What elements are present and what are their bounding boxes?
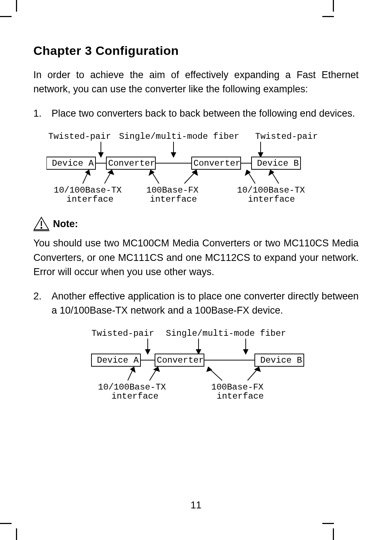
crop-mark bbox=[0, 16, 12, 17]
diagram-bottom-label: interface bbox=[217, 391, 264, 400]
diagram-bottom-label: interface bbox=[150, 194, 197, 203]
crop-mark bbox=[322, 16, 334, 17]
note-header: Note: bbox=[33, 217, 359, 231]
page-number: 11 bbox=[0, 500, 392, 511]
svg-marker-34 bbox=[244, 350, 248, 354]
chapter-title: Chapter 3 Configuration bbox=[33, 44, 359, 58]
diagram-bottom-label: interface bbox=[248, 194, 295, 203]
list-item-2: 2. Another effective application is to p… bbox=[33, 289, 359, 318]
diagram-bottom-label: 100Base-FX bbox=[146, 185, 199, 195]
svg-marker-16 bbox=[108, 170, 114, 174]
diagram-top-label: Twisted-pair bbox=[48, 132, 111, 141]
diagram-top-label: Twisted-pair bbox=[255, 132, 318, 141]
intro-paragraph: In order to achieve the aim of effective… bbox=[33, 68, 359, 96]
list-item-1: 1. Place two converters back to back bet… bbox=[33, 106, 359, 121]
svg-marker-45 bbox=[207, 367, 212, 371]
note-label: Note: bbox=[53, 218, 78, 230]
svg-marker-41 bbox=[131, 367, 135, 372]
list-number: 2. bbox=[33, 289, 52, 318]
svg-point-27 bbox=[41, 227, 42, 229]
svg-marker-30 bbox=[146, 350, 150, 354]
diagram-box-label: Device B bbox=[260, 355, 302, 365]
diagram-box-label: Device A bbox=[97, 355, 139, 365]
svg-line-19 bbox=[184, 172, 195, 184]
crop-mark bbox=[16, 528, 17, 540]
crop-mark bbox=[322, 523, 334, 524]
svg-line-23 bbox=[271, 172, 279, 184]
diagram-top-label: Single/multi-mode fiber bbox=[166, 329, 286, 338]
svg-line-44 bbox=[209, 369, 222, 380]
diagram-bottom-label: interface bbox=[111, 391, 159, 400]
svg-line-46 bbox=[248, 369, 258, 380]
list-number: 1. bbox=[33, 106, 52, 121]
diagram-box-label: Converter bbox=[108, 158, 155, 168]
svg-line-17 bbox=[152, 172, 159, 184]
diagram-box-label: Device B bbox=[257, 158, 299, 168]
diagram-1: text { font-family: "Courier New", monos… bbox=[46, 131, 359, 203]
diagram-bottom-label: interface bbox=[66, 194, 114, 203]
diagram-top-label: Twisted-pair bbox=[91, 329, 154, 338]
diagram-box-label: Device A bbox=[52, 158, 94, 168]
svg-marker-3 bbox=[171, 153, 176, 157]
diagram-box-label: Converter bbox=[157, 355, 204, 365]
diagram-bottom-label: 100Base-FX bbox=[211, 382, 264, 392]
warning-icon bbox=[33, 217, 49, 231]
diagram-top-label: Single/multi-mode fiber bbox=[119, 132, 239, 141]
svg-marker-32 bbox=[196, 350, 201, 354]
diagram-2: text { font-family: "Courier New", monos… bbox=[84, 328, 359, 400]
crop-mark bbox=[0, 523, 12, 524]
crop-mark bbox=[333, 0, 334, 12]
crop-mark bbox=[16, 0, 17, 12]
diagram-bottom-label: 10/100Base-TX bbox=[237, 185, 305, 195]
svg-marker-5 bbox=[258, 153, 263, 157]
list-text: Place two converters back to back betwee… bbox=[52, 106, 359, 121]
svg-marker-1 bbox=[99, 153, 103, 157]
svg-marker-43 bbox=[154, 367, 159, 371]
svg-line-42 bbox=[150, 369, 157, 380]
page: Chapter 3 Configuration In order to achi… bbox=[0, 0, 392, 540]
list-text: Another effective application is to plac… bbox=[52, 289, 359, 318]
svg-marker-14 bbox=[86, 170, 90, 175]
diagram-box-label: Converter bbox=[193, 158, 241, 168]
crop-mark bbox=[333, 528, 334, 540]
diagram-bottom-label: 10/100Base-TX bbox=[54, 185, 122, 195]
note-text: You should use two MC100CM Media Convert… bbox=[33, 236, 359, 279]
diagram-bottom-label: 10/100Base-TX bbox=[98, 382, 166, 392]
svg-line-21 bbox=[248, 172, 255, 184]
